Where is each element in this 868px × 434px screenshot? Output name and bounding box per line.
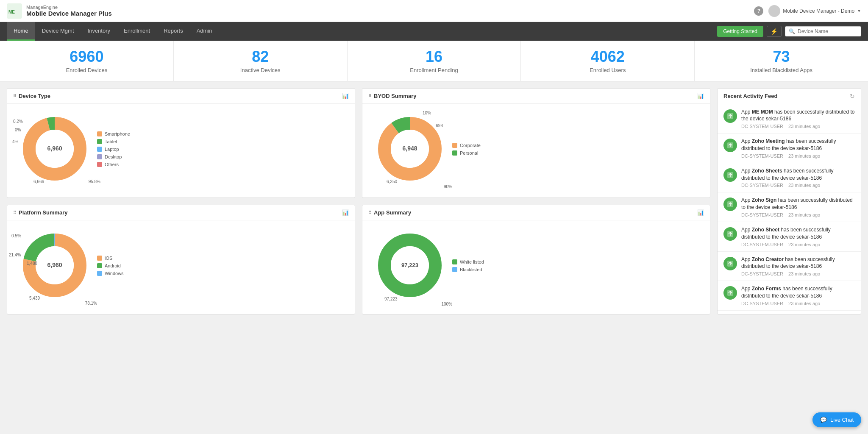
- device-type-svg: 6,960: [21, 115, 89, 183]
- activity-message: App Zoho Sheet has been successfully dis…: [741, 226, 855, 241]
- legend-dot-tablet: [97, 139, 102, 144]
- pct-label-4: 4%: [12, 139, 18, 144]
- stat-inactive-devices[interactable]: 82 Inactive Devices: [174, 41, 348, 81]
- legend-label-ios: iOS: [105, 256, 112, 261]
- activity-content: App ME MDM has been successfully distrib…: [741, 108, 855, 129]
- legend-label-blacklisted: Blacklisted: [460, 267, 482, 272]
- activity-user: DC-SYSTEM-USER: [741, 301, 783, 306]
- svg-text:97,223: 97,223: [401, 262, 418, 268]
- byod-chart-toggle[interactable]: 📊: [697, 93, 704, 99]
- pct-label-90: 90%: [444, 184, 452, 189]
- enrollment-pending-label: Enrollment Pending: [356, 67, 512, 73]
- activity-message: App Zoho Sign has been successfully dist…: [741, 197, 855, 211]
- nav-admin[interactable]: Admin: [190, 22, 219, 41]
- legend-blacklisted: Blacklisted: [452, 267, 484, 272]
- activity-content: App Zoho Sheet has been successfully dis…: [741, 226, 855, 247]
- inactive-devices-label: Inactive Devices: [182, 67, 339, 73]
- activity-feed: Recent Activity Feed ↻ App ME MDM has be…: [717, 88, 861, 314]
- legend-corporate: Corporate: [452, 143, 481, 148]
- legend-desktop: Desktop: [97, 154, 130, 159]
- byod-legend: Corporate Personal: [452, 143, 481, 156]
- refresh-icon[interactable]: ↻: [850, 93, 855, 100]
- activity-app-icon: [723, 168, 737, 182]
- device-type-donut-wrapper: 0.2% 0% 4% 6,960: [21, 115, 89, 184]
- help-icon[interactable]: ?: [754, 6, 763, 16]
- activity-meta: DC-SYSTEM-USER 23 minutes ago: [741, 242, 855, 247]
- app-distribute-icon: [726, 230, 734, 238]
- header: ME ManageEngine Mobile Device Manager Pl…: [0, 0, 868, 22]
- activity-message: App Zoho Meeting has been successfully d…: [741, 138, 855, 152]
- app-distribute-icon: [726, 142, 734, 149]
- activity-meta: DC-SYSTEM-USER 23 minutes ago: [741, 153, 855, 159]
- legend-smartphone: Smartphone: [97, 131, 130, 136]
- getting-started-button[interactable]: Getting Started: [717, 26, 763, 37]
- legend-dot-blacklisted: [452, 267, 457, 272]
- platform-chart-toggle[interactable]: 📊: [342, 209, 349, 216]
- activity-app-icon: [723, 198, 737, 211]
- enrolled-users-label: Enrolled Users: [529, 67, 686, 73]
- svg-text:ME: ME: [8, 10, 15, 14]
- legend-laptop: Laptop: [97, 147, 130, 152]
- platform-title: ⠿ Platform Summary: [13, 209, 68, 216]
- user-info[interactable]: Mobile Device Manager - Demo ▼: [768, 5, 861, 17]
- legend-others: Others: [97, 162, 130, 167]
- blacklisted-apps-number: 73: [703, 48, 860, 65]
- search-icon: 🔍: [789, 28, 795, 34]
- activity-user: DC-SYSTEM-USER: [741, 271, 783, 276]
- legend-label-whitelisted: White listed: [460, 259, 484, 264]
- main-content: ⠿ Device Type 📊 0.2% 0% 4%: [0, 81, 868, 321]
- nav-reports[interactable]: Reports: [157, 22, 190, 41]
- platform-legend: iOS Android Windows: [97, 256, 124, 276]
- svg-text:6,960: 6,960: [47, 145, 62, 152]
- stat-enrolled-users[interactable]: 4062 Enrolled Users: [521, 41, 695, 81]
- activity-message: App ME MDM has been successfully distrib…: [741, 108, 855, 123]
- byod-chart: 10% 698 6,948 6,250 90%: [369, 111, 703, 191]
- app-svg: 97,223: [376, 231, 444, 299]
- activity-content: App Zoho Sheets has been successfully di…: [741, 167, 855, 188]
- pct-label-100: 100%: [441, 302, 452, 306]
- activity-item: App Zoho Sheet has been successfully dis…: [718, 222, 861, 252]
- app-chart-toggle[interactable]: 📊: [697, 209, 704, 216]
- bar-chart-icon: 📊: [342, 93, 349, 99]
- platform-header: ⠿ Platform Summary 📊: [7, 205, 355, 220]
- drag-icon-app: ⠿: [368, 210, 371, 215]
- pct-label-02: 0.2%: [13, 119, 23, 124]
- nav-inventory[interactable]: Inventory: [81, 22, 117, 41]
- legend-ios: iOS: [97, 256, 124, 261]
- value-label-1488: 1,488: [27, 261, 37, 266]
- activity-meta: DC-SYSTEM-USER 23 minutes ago: [741, 124, 855, 129]
- app-legend: White listed Blacklisted: [452, 259, 484, 272]
- nav-enrollment[interactable]: Enrollment: [117, 22, 157, 41]
- app-chart: 97,223 97,223 100% White listed: [369, 227, 703, 307]
- stat-enrolled-devices[interactable]: 6960 Enrolled Devices: [0, 41, 174, 81]
- enrolled-devices-number: 6960: [8, 48, 165, 65]
- stat-blacklisted-apps[interactable]: 73 Installed Blacklisted Apps: [695, 41, 868, 81]
- nav-device-mgmt[interactable]: Device Mgmt: [35, 22, 81, 41]
- platform-chart: 0.5% 21.4% 6,960 5,439 78.1% 1: [14, 227, 348, 307]
- nav-home[interactable]: Home: [7, 22, 35, 41]
- lightning-button[interactable]: ⚡: [767, 26, 782, 37]
- search-input[interactable]: [798, 28, 857, 34]
- app-summary-title: ⠿ App Summary: [368, 209, 411, 216]
- legend-label-personal: Personal: [460, 150, 478, 156]
- activity-app-icon: [723, 227, 737, 241]
- platform-card: ⠿ Platform Summary 📊 0.5% 21.4%: [7, 205, 355, 314]
- legend-tablet: Tablet: [97, 139, 130, 144]
- svg-text:6,948: 6,948: [402, 145, 417, 152]
- enrollment-pending-number: 16: [356, 48, 512, 65]
- stat-enrollment-pending[interactable]: 16 Enrollment Pending: [348, 41, 521, 81]
- legend-label-tablet: Tablet: [105, 139, 117, 144]
- brand-name: ManageEngine Mobile Device Manager Plus: [26, 5, 112, 17]
- activity-time: 23 minutes ago: [788, 212, 820, 217]
- user-name: Mobile Device Manager - Demo: [783, 8, 854, 14]
- activity-meta: DC-SYSTEM-USER 23 minutes ago: [741, 271, 855, 276]
- pct-label-214: 21.4%: [9, 253, 21, 257]
- chart-view-toggle[interactable]: 📊: [342, 93, 349, 99]
- device-type-header: ⠿ Device Type 📊: [7, 89, 355, 104]
- activity-time: 23 minutes ago: [788, 153, 820, 159]
- activity-user: DC-SYSTEM-USER: [741, 124, 783, 129]
- legend-whitelisted: White listed: [452, 259, 484, 264]
- activity-user: DC-SYSTEM-USER: [741, 242, 783, 247]
- navigation: Home Device Mgmt Inventory Enrollment Re…: [0, 22, 868, 41]
- legend-dot-desktop: [97, 154, 102, 159]
